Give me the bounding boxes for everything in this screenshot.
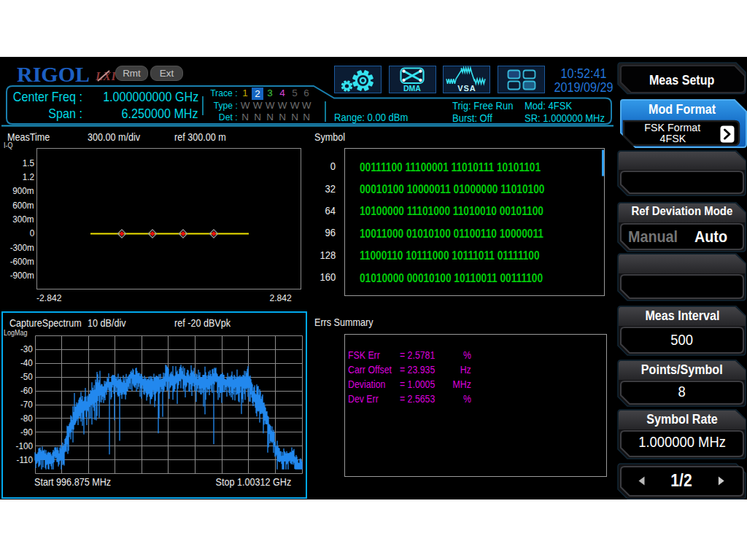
svg-text:VSA: VSA [457,84,476,93]
svg-text:DMA: DMA [403,84,421,93]
